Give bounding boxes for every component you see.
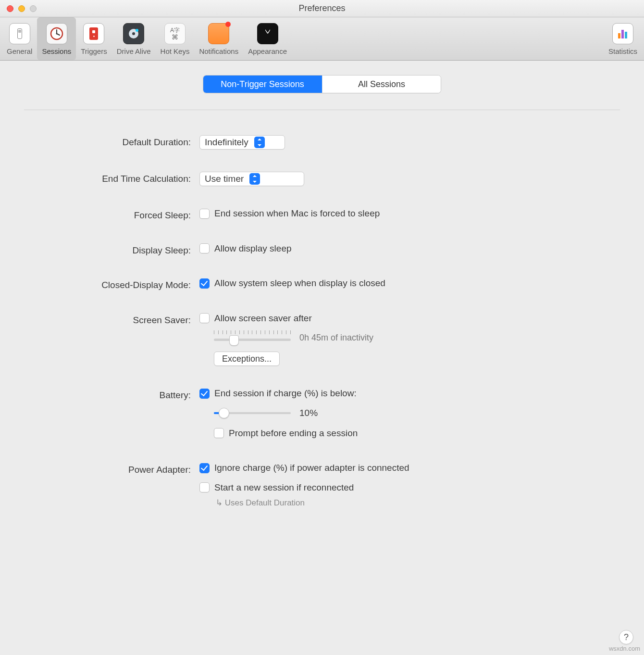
drive-icon [123, 23, 144, 44]
window-title: Preferences [0, 3, 644, 13]
display-sleep-label: Display Sleep: [58, 243, 199, 256]
battery-prompt-checkbox[interactable]: Prompt before ending a session [214, 428, 358, 439]
toolbar-item-notifications[interactable]: Notifications [194, 17, 243, 60]
clock-icon [46, 23, 67, 44]
power-ignore-charge-checkbox[interactable]: Ignore charge (%) if power adapter is co… [199, 463, 409, 473]
default-duration-label: Default Duration: [58, 135, 199, 148]
question-mark-icon: ? [624, 632, 629, 642]
segment-non-trigger-sessions[interactable]: Non-Trigger Sessions [203, 76, 322, 93]
bar-chart-icon [612, 23, 633, 44]
checkbox-checked-icon [199, 389, 210, 399]
forced-sleep-label: Forced Sleep: [58, 208, 199, 221]
power-resume-session-checkbox[interactable]: Start a new session if reconnected [199, 482, 354, 493]
badge-dot-icon [225, 22, 231, 27]
svg-point-4 [136, 29, 138, 32]
screen-saver-delay-slider[interactable] [214, 330, 291, 345]
divider [24, 110, 620, 110]
checkbox-checked-icon [199, 278, 210, 289]
svg-point-3 [132, 32, 135, 35]
slider-knob-icon [219, 408, 229, 418]
svg-rect-7 [625, 32, 627, 38]
default-duration-popup[interactable]: Indefinitely [199, 135, 285, 150]
session-scope-segmented-control: Non-Trigger Sessions All Sessions [203, 75, 441, 93]
svg-point-1 [56, 33, 57, 35]
checkbox-icon [199, 243, 210, 253]
toolbar: General Sessions Triggers Drive Alive A字… [0, 17, 644, 61]
toolbar-item-triggers[interactable]: Triggers [76, 17, 111, 60]
forced-sleep-checkbox[interactable]: End session when Mac is forced to sleep [199, 208, 380, 219]
screen-saver-delay-readout: 0h 45m of inactivity [299, 333, 373, 343]
checkbox-icon [199, 482, 210, 492]
toolbar-item-sessions[interactable]: Sessions [37, 17, 76, 60]
toggle-icon [9, 23, 30, 44]
checkbox-icon [199, 209, 210, 219]
end-time-calculation-popup[interactable]: Use timer [199, 172, 304, 186]
toolbar-item-general[interactable]: General [2, 17, 37, 60]
svg-rect-6 [621, 30, 624, 38]
titlebar: Preferences [0, 0, 644, 17]
battery-threshold-readout: 10% [299, 408, 318, 418]
toolbar-item-drive-alive[interactable]: Drive Alive [112, 17, 156, 60]
power-adapter-label: Power Adapter: [58, 463, 199, 475]
allow-screen-saver-checkbox[interactable]: Allow screen saver after [199, 313, 312, 324]
closed-display-checkbox[interactable]: Allow system sleep when display is close… [199, 278, 385, 289]
tuxedo-icon [257, 23, 278, 44]
closed-display-mode-label: Closed-Display Mode: [58, 278, 199, 290]
power-resume-note: ↳ Uses Default Duration [201, 495, 586, 508]
trigger-switch-icon [83, 23, 104, 44]
checkbox-checked-icon [199, 463, 210, 473]
slider-knob-icon [229, 335, 239, 346]
allow-display-sleep-checkbox[interactable]: Allow display sleep [199, 243, 292, 254]
segment-all-sessions[interactable]: All Sessions [322, 76, 441, 93]
toolbar-item-statistics[interactable]: Statistics [604, 17, 642, 60]
battery-end-session-checkbox[interactable]: End session if charge (%) is below: [199, 388, 357, 399]
checkbox-icon [214, 428, 224, 438]
battery-threshold-slider[interactable] [214, 408, 291, 418]
chevron-up-down-icon [254, 137, 265, 148]
checkbox-icon [199, 313, 210, 323]
toolbar-item-hot-keys[interactable]: A字 ⌘ Hot Keys [156, 17, 195, 60]
screen-saver-exceptions-button[interactable]: Exceptions... [214, 352, 280, 366]
notification-icon [208, 23, 229, 44]
screen-saver-label: Screen Saver: [58, 313, 199, 326]
toolbar-item-appearance[interactable]: Appearance [243, 17, 292, 60]
keyboard-icon: A字 ⌘ [164, 23, 186, 44]
chevron-up-down-icon [249, 173, 260, 185]
end-time-calculation-label: End Time Calculation: [58, 172, 199, 184]
preferences-pane: Non-Trigger Sessions All Sessions Defaul… [0, 61, 644, 533]
help-button[interactable]: ? [619, 630, 633, 644]
watermark: wsxdn.com [609, 645, 640, 652]
svg-rect-5 [618, 33, 620, 38]
battery-label: Battery: [58, 388, 199, 401]
